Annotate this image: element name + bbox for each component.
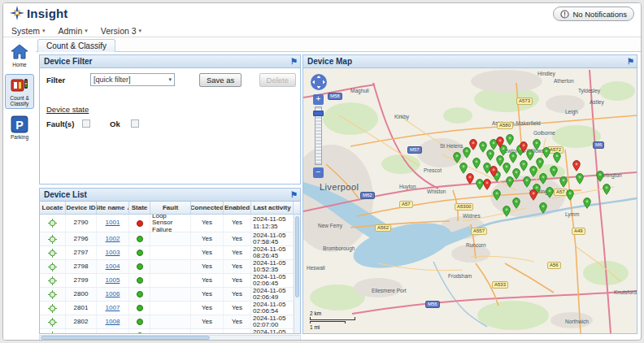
device-marker-ok[interactable] bbox=[566, 189, 574, 201]
locate-icon[interactable] bbox=[40, 274, 66, 287]
device-marker-fault[interactable] bbox=[520, 141, 528, 153]
notifications-button[interactable]: No Notifications bbox=[553, 7, 634, 21]
pan-arrows-icon bbox=[310, 73, 328, 91]
menu-bar: System ▾ Admin ▾ Version 3 ▾ bbox=[3, 24, 641, 37]
sidebar-item-home[interactable]: Home bbox=[5, 41, 34, 70]
state-dot bbox=[137, 263, 143, 270]
device-marker-ok[interactable] bbox=[503, 163, 511, 174]
device-marker-ok[interactable] bbox=[542, 147, 550, 158]
device-marker-ok[interactable] bbox=[553, 152, 561, 163]
device-marker-ok[interactable] bbox=[583, 198, 591, 209]
site-name-cell: 1006 bbox=[97, 288, 129, 301]
locate-icon[interactable] bbox=[40, 288, 66, 301]
site-name-link[interactable]: 1001 bbox=[106, 219, 120, 227]
zoom-slider-thumb[interactable] bbox=[313, 111, 324, 116]
scrollbar-thumb[interactable] bbox=[41, 336, 210, 340]
device-marker-fault[interactable] bbox=[483, 179, 491, 190]
site-name-link[interactable]: 1008 bbox=[106, 319, 120, 326]
col-site-name[interactable]: Site name ▲ bbox=[97, 202, 129, 214]
device-marker-ok[interactable] bbox=[506, 134, 514, 145]
locate-icon[interactable] bbox=[40, 260, 66, 273]
device-marker-fault[interactable] bbox=[469, 139, 477, 150]
pin-panel-icon[interactable]: ⚑ bbox=[627, 56, 634, 67]
pin-panel-icon[interactable]: ⚑ bbox=[290, 56, 298, 67]
col-state[interactable]: State bbox=[129, 202, 150, 214]
site-name-link[interactable]: 1006 bbox=[106, 291, 120, 298]
device-marker-fault[interactable] bbox=[466, 173, 474, 185]
device-marker-ok[interactable] bbox=[559, 176, 568, 188]
col-fault[interactable]: Fault bbox=[150, 202, 191, 214]
sidebar: Home Count & Classify P Parking bbox=[3, 38, 36, 340]
device-marker-ok[interactable] bbox=[503, 206, 511, 217]
device-list-header-row: Locate Device ID Site name ▲ State Fault… bbox=[40, 202, 300, 215]
fault-cell bbox=[150, 246, 191, 259]
menu-admin[interactable]: Admin ▾ bbox=[59, 26, 88, 36]
device-marker-ok[interactable] bbox=[536, 158, 544, 169]
tab-count-classify[interactable]: Count & Classify bbox=[37, 39, 115, 52]
map-canvas[interactable]: LiverpoolMaghullKirkbySt HelensAshton-in… bbox=[303, 68, 637, 333]
faults-checkbox[interactable] bbox=[82, 119, 90, 128]
device-marker-ok[interactable] bbox=[603, 184, 611, 195]
device-marker-fault[interactable] bbox=[529, 189, 537, 201]
device-list-vertical-scrollbar[interactable] bbox=[294, 215, 300, 333]
delete-button[interactable]: Delete bbox=[259, 73, 296, 87]
menu-system[interactable]: System ▾ bbox=[11, 26, 46, 36]
state-cell bbox=[129, 215, 150, 232]
notification-status-icon bbox=[560, 10, 569, 19]
device-marker-ok[interactable] bbox=[486, 150, 494, 161]
device-marker-ok[interactable] bbox=[539, 202, 547, 214]
scrollbar-thumb[interactable] bbox=[295, 216, 299, 297]
device-marker-ok[interactable] bbox=[472, 158, 481, 169]
zoom-in-button[interactable]: + bbox=[313, 94, 324, 105]
col-connected[interactable]: Connected bbox=[191, 202, 224, 214]
locate-icon[interactable] bbox=[40, 315, 66, 328]
app-title: Insight bbox=[27, 7, 68, 20]
locate-icon[interactable] bbox=[40, 232, 66, 245]
device-marker-ok[interactable] bbox=[596, 171, 604, 182]
device-marker-ok[interactable] bbox=[550, 166, 558, 177]
col-enabled[interactable]: Enabled bbox=[224, 202, 251, 214]
locate-icon[interactable] bbox=[40, 302, 66, 315]
map-pan-control[interactable] bbox=[310, 73, 328, 91]
site-name-link[interactable]: 1004 bbox=[106, 263, 120, 271]
save-as-button[interactable]: Save as bbox=[199, 73, 242, 87]
site-name-link[interactable]: 1007 bbox=[106, 305, 120, 312]
col-device-id[interactable]: Device ID bbox=[66, 202, 97, 214]
device-marker-ok[interactable] bbox=[546, 187, 554, 198]
site-name-link[interactable]: 1003 bbox=[106, 250, 120, 257]
state-dot bbox=[137, 220, 143, 227]
device-marker-ok[interactable] bbox=[523, 176, 531, 188]
device-marker-ok[interactable] bbox=[539, 173, 547, 185]
col-locate[interactable]: Locate bbox=[40, 202, 66, 214]
device-marker-fault[interactable] bbox=[496, 137, 504, 148]
sidebar-item-count-classify[interactable]: Count & Classify bbox=[5, 74, 34, 109]
menu-version[interactable]: Version 3 ▾ bbox=[101, 26, 141, 36]
enabled-cell: Yes bbox=[224, 315, 251, 328]
locate-icon[interactable] bbox=[40, 329, 66, 333]
device-marker-fault[interactable] bbox=[572, 160, 581, 172]
col-last-activity[interactable]: Last activity bbox=[251, 202, 294, 214]
device-marker-ok[interactable] bbox=[453, 152, 461, 163]
device-marker-ok[interactable] bbox=[533, 139, 541, 150]
locate-icon[interactable] bbox=[40, 246, 66, 259]
table-row: 28061009YesYes2024-11-05 02:07:05 bbox=[40, 329, 294, 333]
device-marker-ok[interactable] bbox=[512, 198, 520, 209]
device-marker-ok[interactable] bbox=[576, 173, 584, 185]
insight-star-icon bbox=[10, 6, 24, 20]
site-name-link[interactable]: 1005 bbox=[106, 277, 120, 284]
device-list-horizontal-scrollbar[interactable] bbox=[39, 335, 301, 341]
quick-filter-select[interactable]: [quick filter] ▾ bbox=[90, 73, 175, 86]
tab-label: Count & Classify bbox=[46, 41, 107, 50]
zoom-out-button[interactable]: − bbox=[313, 167, 324, 178]
pin-panel-icon[interactable]: ⚑ bbox=[290, 189, 298, 200]
ok-checkbox[interactable] bbox=[131, 119, 139, 128]
site-name-link[interactable]: 1009 bbox=[106, 332, 120, 333]
locate-icon[interactable] bbox=[40, 215, 66, 232]
sidebar-item-parking[interactable]: P Parking bbox=[5, 113, 34, 142]
site-name-link[interactable]: 1002 bbox=[106, 236, 120, 243]
fault-cell bbox=[150, 315, 191, 328]
device-marker-ok[interactable] bbox=[459, 163, 468, 174]
device-marker-ok[interactable] bbox=[493, 189, 501, 201]
device-marker-fault[interactable] bbox=[490, 166, 498, 177]
device-marker-ok[interactable] bbox=[520, 160, 528, 172]
